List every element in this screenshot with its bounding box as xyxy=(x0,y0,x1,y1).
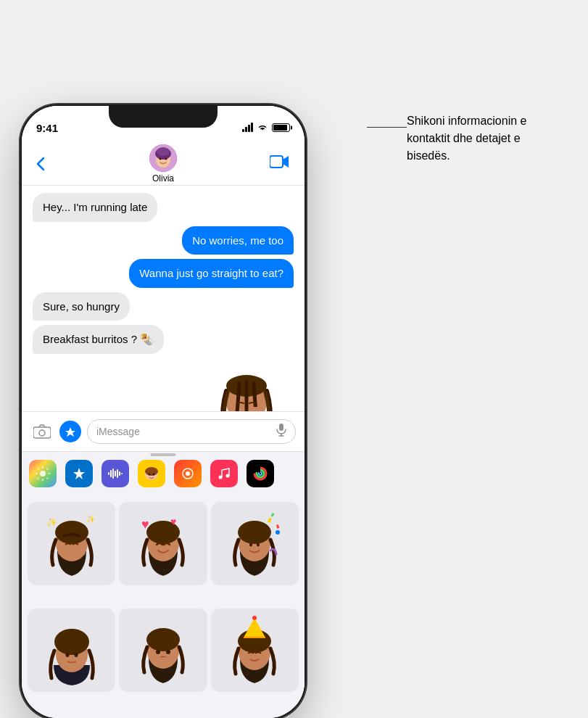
soundwave-icon[interactable] xyxy=(102,460,129,487)
strip-indicator xyxy=(151,453,176,456)
svg-rect-26 xyxy=(121,473,123,474)
message-received-1: Hey... I'm running late xyxy=(33,193,157,222)
app-strip xyxy=(22,451,305,496)
svg-point-62 xyxy=(156,650,160,654)
svg-point-33 xyxy=(219,476,223,479)
svg-point-28 xyxy=(145,467,158,476)
svg-point-32 xyxy=(186,471,190,476)
svg-text:✨: ✨ xyxy=(46,516,57,527)
svg-rect-53 xyxy=(276,524,279,529)
svg-point-57 xyxy=(54,629,89,655)
svg-rect-23 xyxy=(115,471,116,476)
contact-name: Olivia xyxy=(152,173,174,183)
svg-point-51 xyxy=(257,543,260,547)
battery-icon xyxy=(272,123,290,132)
annotation: Shikoni informacionin e kontaktit dhe de… xyxy=(407,112,566,165)
memoji-sticker xyxy=(199,358,294,411)
signal-bar-4 xyxy=(251,123,253,132)
message-sent-2: Wanna just go straight to eat? xyxy=(129,259,294,288)
contact-avatar[interactable] xyxy=(149,144,177,172)
nav-bar: Olivia xyxy=(22,142,305,186)
svg-point-14 xyxy=(39,430,45,436)
wifi-icon xyxy=(257,123,268,133)
annotation-text: Shikoni informacionin e kontaktit dhe de… xyxy=(407,112,566,165)
svg-point-50 xyxy=(249,543,252,547)
status-time: 9:41 xyxy=(36,122,58,134)
svg-point-65 xyxy=(154,657,172,664)
message-received-2: Sure, so hungry xyxy=(33,292,130,321)
signal-bar-1 xyxy=(242,129,244,132)
svg-point-30 xyxy=(153,474,155,476)
svg-text:✨: ✨ xyxy=(86,514,96,524)
signal-bar-3 xyxy=(248,125,250,132)
signal-bar-2 xyxy=(245,127,247,132)
messages-area: Hey... I'm running late No worries, me t… xyxy=(22,186,305,411)
svg-point-34 xyxy=(226,474,230,478)
status-icons xyxy=(242,123,290,133)
back-button[interactable] xyxy=(36,157,45,171)
svg-rect-21 xyxy=(110,470,112,477)
message-input-field[interactable]: iMessage xyxy=(87,419,296,444)
svg-marker-68 xyxy=(244,618,265,637)
svg-point-29 xyxy=(149,474,151,476)
memoji-app-icon[interactable] xyxy=(138,460,165,487)
annotation-line xyxy=(367,127,407,128)
message-sent-1: No worries, me too xyxy=(182,226,294,255)
app-store-icon[interactable] xyxy=(65,460,93,487)
sticker-3[interactable] xyxy=(211,502,299,585)
svg-point-58 xyxy=(65,653,69,657)
battery-fill xyxy=(273,125,287,131)
svg-point-37 xyxy=(259,472,262,475)
contact-info[interactable]: Olivia xyxy=(149,144,177,183)
svg-text:♥: ♥ xyxy=(141,517,149,532)
input-placeholder: iMessage xyxy=(96,426,276,437)
svg-rect-54 xyxy=(271,513,275,517)
activity-icon[interactable] xyxy=(247,460,274,487)
svg-point-70 xyxy=(252,616,257,620)
app-store-button[interactable] xyxy=(59,421,81,442)
sticker-grid: ✨ ✨ ♥ ♥ xyxy=(22,496,305,719)
svg-point-55 xyxy=(276,530,280,535)
input-bar: iMessage xyxy=(22,411,305,451)
svg-point-36 xyxy=(257,470,264,477)
sticker-6[interactable] xyxy=(211,608,299,692)
video-call-button[interactable] xyxy=(270,154,290,173)
svg-point-5 xyxy=(165,157,167,160)
phone-notch xyxy=(109,106,218,128)
phone-frame: 9:41 xyxy=(22,106,305,718)
svg-rect-24 xyxy=(117,469,118,478)
svg-point-49 xyxy=(238,521,271,544)
sticker-1[interactable]: ✨ ✨ xyxy=(28,502,115,585)
svg-point-59 xyxy=(74,653,78,657)
sticker-5[interactable] xyxy=(119,608,207,692)
effects-icon[interactable] xyxy=(174,460,202,487)
mic-icon[interactable] xyxy=(276,424,286,440)
svg-point-63 xyxy=(166,650,170,654)
music-icon[interactable] xyxy=(210,460,238,487)
photos-app-icon[interactable] xyxy=(29,460,57,487)
camera-button[interactable] xyxy=(30,420,54,443)
signal-bars xyxy=(242,123,253,132)
phone-screen: 9:41 xyxy=(22,106,305,718)
svg-rect-25 xyxy=(119,471,120,476)
message-received-3: Breakfast burritos ? 🌯 xyxy=(33,325,164,354)
svg-rect-22 xyxy=(112,469,114,479)
svg-text:♥: ♥ xyxy=(170,516,176,527)
svg-rect-52 xyxy=(268,518,272,523)
svg-rect-20 xyxy=(108,472,109,475)
svg-point-3 xyxy=(157,147,170,156)
svg-rect-6 xyxy=(270,156,283,168)
svg-point-61 xyxy=(146,628,180,651)
svg-point-39 xyxy=(55,521,88,544)
svg-point-4 xyxy=(160,157,162,160)
svg-rect-15 xyxy=(279,424,283,431)
sticker-4[interactable] xyxy=(28,608,115,692)
svg-point-19 xyxy=(40,471,46,476)
sticker-2[interactable]: ♥ ♥ xyxy=(119,502,207,585)
